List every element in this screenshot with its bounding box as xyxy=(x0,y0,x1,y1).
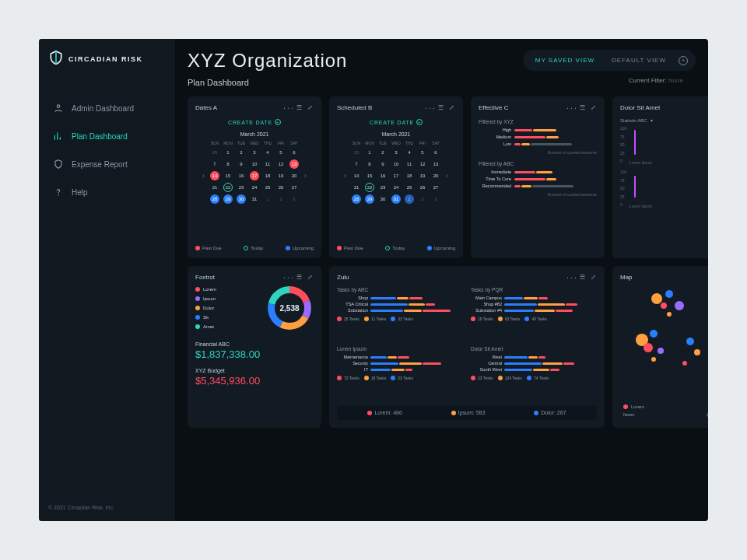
zulu-lorem-ipsum: Lorem Ipsum Maintenance Security IT 72 T… xyxy=(337,346,463,402)
financial-value: $1,837,338.00 xyxy=(195,348,314,360)
svg-point-0 xyxy=(57,105,60,108)
bar-chart-icon[interactable]: ⬪⬪⬪ xyxy=(285,104,292,111)
calendar-day-upcoming[interactable]: 29 xyxy=(223,194,233,204)
filter-label: Current Filter: xyxy=(629,77,667,84)
create-date-button[interactable]: CREATE DATE+ xyxy=(337,119,455,125)
tab-my-saved-view[interactable]: MY SAVED VIEW xyxy=(531,54,599,66)
expand-icon[interactable]: ⤢ xyxy=(590,274,597,281)
card-title: Dates A xyxy=(195,104,217,111)
zulu-totals: Lorem: 486 Ipsum: 583 Dolor: 287 xyxy=(337,405,597,420)
expand-icon[interactable]: ⤢ xyxy=(307,274,314,281)
bar-chart-icon[interactable]: ⬪⬪⬪ xyxy=(568,104,575,111)
budget-label: XYZ Budget xyxy=(195,368,314,373)
calendar-month: March 2021 xyxy=(240,131,269,137)
brand: CIRCADIAN RISK xyxy=(48,50,166,68)
card-title: Scheduled B xyxy=(337,104,372,111)
plus-icon: + xyxy=(416,119,423,125)
card-foxtrot: Foxtrot ⬪⬪⬪☰⤢ Lorem Ipsum Dolor Sit Amet xyxy=(188,266,321,428)
section-label: Filtered by ABC xyxy=(479,161,597,166)
budget-value: $5,345,936.00 xyxy=(195,375,314,387)
filter-value: None xyxy=(668,77,683,84)
card-title: Zulu xyxy=(337,274,349,281)
app-window: CIRCADIAN RISK Admin Dashboard Plan Dash… xyxy=(39,39,708,521)
sidebar-item-label: Plan Dashboard xyxy=(72,132,128,141)
page-subtitle: Plan Dashboard xyxy=(188,78,347,87)
calendar-prev-button[interactable]: ‹ xyxy=(344,172,346,180)
calendar-prev-button[interactable]: ‹ xyxy=(202,172,205,180)
sidebar-item-label: Admin Dashboard xyxy=(72,104,134,113)
dashboard-grid: Dates A ⬪⬪⬪ ☰ ⤢ CREATE DATE + March 2021 xyxy=(188,96,708,428)
sidebar-item-plan-dashboard[interactable]: Plan Dashboard xyxy=(48,124,166,148)
map-visualization[interactable]: Lorem fewer xyxy=(620,287,708,420)
axis-label: Number of countermeasures xyxy=(479,150,597,155)
list-icon[interactable]: ☰ xyxy=(579,104,586,111)
card-effective-c: Effective C ⬪⬪⬪☰⤢ Filtered by XYZ High M… xyxy=(471,96,605,258)
card-title: Effective C xyxy=(479,104,509,111)
brand-name: CIRCADIAN RISK xyxy=(68,55,143,63)
expand-icon[interactable]: ⤢ xyxy=(307,104,314,111)
calendar-day-upcoming[interactable]: 30 xyxy=(237,194,246,204)
calendar-day-today[interactable]: 22 xyxy=(223,183,233,192)
list-icon[interactable]: ☰ xyxy=(579,274,586,281)
bar-chart-icon[interactable]: ⬪⬪⬪ xyxy=(285,274,292,281)
donut-total: 2,538 xyxy=(279,304,299,313)
card-title: Foxtrot xyxy=(195,274,215,281)
card-title: Dolor Sit Amet xyxy=(620,104,660,111)
calendar-day-today[interactable]: 22 xyxy=(365,183,374,192)
sidebar-item-help[interactable]: Help xyxy=(48,180,166,204)
mini-chart: 1007550250 Lorem Ipsum xyxy=(620,170,708,207)
calendar-day-upcoming[interactable]: 28 xyxy=(210,194,219,204)
shield-icon xyxy=(53,159,64,170)
user-icon xyxy=(53,103,64,114)
main-content: XYZ Organization Plan Dashboard MY SAVED… xyxy=(175,39,708,521)
sidebar-item-label: Help xyxy=(72,188,88,197)
zulu-tasks-abc: Tasks by ABC Shop TSA Critical Substatio… xyxy=(337,287,463,343)
card-dolor-sit-amet: Dolor Sit Amet Statistic ABC▾ 1007550250… xyxy=(612,96,708,258)
page-title: XYZ Organization xyxy=(188,50,347,72)
header: XYZ Organization Plan Dashboard MY SAVED… xyxy=(188,50,708,87)
calendar-day-past-due[interactable]: 17 xyxy=(250,171,259,180)
view-tabs: MY SAVED VIEW DEFAULT VIEW + xyxy=(523,50,696,71)
card-dates-a: Dates A ⬪⬪⬪ ☰ ⤢ CREATE DATE + March 2021 xyxy=(188,96,321,258)
brand-logo-icon xyxy=(48,50,64,68)
statistic-dropdown[interactable]: Statistic ABC▾ xyxy=(620,117,708,123)
card-title: Map xyxy=(620,274,633,281)
current-filter: Current Filter: None xyxy=(523,77,696,84)
expand-icon[interactable]: ⤢ xyxy=(448,104,455,111)
expand-icon[interactable]: ⤢ xyxy=(590,104,597,111)
card-scheduled-b: Scheduled B ⬪⬪⬪☰⤢ CREATE DATE+ March 202… xyxy=(329,96,463,258)
plus-icon: + xyxy=(275,119,281,125)
bar-chart-icon[interactable]: ⬪⬪⬪ xyxy=(426,104,433,111)
zulu-tasks-pqr: Tasks by PQR Main Campus Shop #82 Substa… xyxy=(471,287,597,343)
donut-chart: 2,538 xyxy=(265,284,314,332)
calendar-day-past-due[interactable]: 14 xyxy=(210,171,219,180)
bar-chart-icon[interactable]: ⬪⬪⬪ xyxy=(568,274,575,281)
sidebar-item-expense-report[interactable]: Expense Report xyxy=(48,152,166,176)
mini-chart: 1007550250 Lorem Ipsum xyxy=(620,126,708,163)
calendar-month: March 2021 xyxy=(382,131,411,137)
calendar: March 2021 SUN MON TUE WED THU FRI SAT 2… xyxy=(195,131,314,204)
list-icon[interactable]: ☰ xyxy=(296,104,303,111)
question-icon xyxy=(53,187,64,198)
calendar-day-past-due[interactable]: 13 xyxy=(289,159,299,169)
copyright: © 2021 Circadian Risk, Inc. xyxy=(48,505,166,510)
sidebar-item-admin-dashboard[interactable]: Admin Dashboard xyxy=(48,96,166,120)
create-date-button[interactable]: CREATE DATE + xyxy=(195,119,314,125)
list-icon[interactable]: ☰ xyxy=(296,274,303,281)
financial-label: Financial ABC xyxy=(195,341,314,347)
section-label: Filtered by XYZ xyxy=(479,119,597,124)
sidebar-item-label: Expense Report xyxy=(72,160,128,169)
chevron-down-icon: ▾ xyxy=(651,117,653,123)
svg-point-1 xyxy=(58,194,59,195)
axis-label: Number of countermeasures xyxy=(479,192,597,197)
card-zulu: Zulu ⬪⬪⬪☰⤢ Tasks by ABC Shop TSA Critica… xyxy=(329,266,605,428)
card-map: Map Lorem few xyxy=(612,266,708,428)
calendar-next-button[interactable]: › xyxy=(304,172,307,180)
add-view-button[interactable]: + xyxy=(679,56,688,65)
tab-default-view[interactable]: DEFAULT VIEW xyxy=(607,54,671,66)
list-icon[interactable]: ☰ xyxy=(437,104,444,111)
sidebar: CIRCADIAN RISK Admin Dashboard Plan Dash… xyxy=(39,39,175,521)
calendar-next-button[interactable]: › xyxy=(446,172,448,180)
bar-chart-icon xyxy=(53,131,64,142)
calendar: March 2021 SUNMONTUEWEDTHUFRISAT 2812345… xyxy=(337,131,455,204)
